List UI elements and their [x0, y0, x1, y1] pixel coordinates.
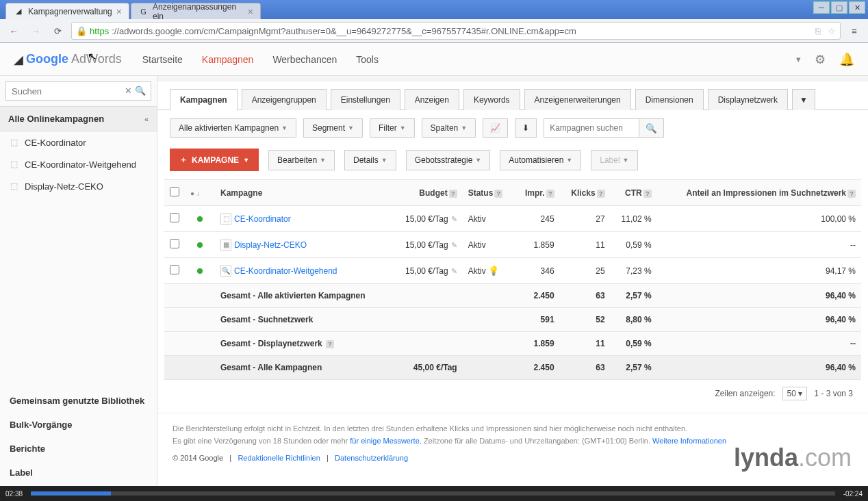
- download-button[interactable]: ⬇: [515, 118, 537, 138]
- more-tabs-dropdown[interactable]: ▼: [792, 89, 815, 110]
- browser-tab-active[interactable]: ◢ Kampagnenverwaltung ×: [5, 3, 129, 19]
- sidebar-section-link[interactable]: Bulk-Vorgänge: [0, 413, 157, 437]
- select-all-checkbox[interactable]: [170, 187, 179, 196]
- edit-icon[interactable]: ✎: [451, 241, 457, 249]
- add-campaign-button[interactable]: ＋KAMPAGNE▼: [170, 149, 259, 171]
- url-input[interactable]: 🔒 https://adwords.google.com/cm/Campaign…: [71, 22, 841, 40]
- extension-icon[interactable]: ⎘: [815, 26, 821, 36]
- share-value: 94,17 %: [657, 258, 861, 284]
- help-icon[interactable]: ?: [449, 190, 457, 198]
- row-checkbox[interactable]: [170, 239, 179, 248]
- help-icon[interactable]: ?: [597, 190, 605, 198]
- collapse-icon[interactable]: «: [144, 115, 149, 123]
- toolbar-row-2: ＋KAMPAGNE▼ Bearbeiten▼ Details▼ Gebotsst…: [157, 146, 868, 179]
- main-tab[interactable]: Anzeigenerweiterungen: [524, 89, 631, 110]
- main-tab[interactable]: Kampagnen: [170, 89, 238, 110]
- bookmark-star-icon[interactable]: ☆: [828, 26, 836, 36]
- top-nav: ◢ Google AdWords StartseiteKampagnenWerb…: [0, 43, 868, 76]
- minimize-button[interactable]: ─: [813, 1, 830, 14]
- main-tab[interactable]: Displaynetzwerk: [708, 89, 788, 110]
- col-impr[interactable]: Impr.: [525, 188, 545, 198]
- status-sort-header[interactable]: ● ↓: [190, 190, 200, 197]
- chart-toggle-button[interactable]: 📈: [483, 118, 508, 138]
- nav-link-kampagnen[interactable]: Kampagnen: [202, 54, 254, 65]
- edit-icon[interactable]: ✎: [451, 267, 457, 275]
- help-icon[interactable]: ?: [494, 190, 502, 198]
- browser-tab-inactive[interactable]: G Anzeigenanpassungen ein ×: [131, 3, 261, 19]
- video-remaining-time: -02:24: [838, 490, 868, 498]
- columns-dropdown[interactable]: Spalten▼: [422, 118, 476, 138]
- help-icon[interactable]: ?: [326, 340, 334, 348]
- sidebar-section-link[interactable]: Gemeinsam genutzte Bibliothek: [0, 389, 157, 413]
- bidding-dropdown[interactable]: Gebotsstrategie▼: [406, 150, 491, 170]
- sidebar-header[interactable]: Alle Onlinekampagnen «: [0, 106, 157, 131]
- campaign-link[interactable]: Display-Netz-CEKO: [234, 240, 307, 249]
- ctr-value: 11,02 %: [611, 206, 657, 232]
- video-progress-bar[interactable]: [31, 491, 835, 496]
- edit-icon[interactable]: ✎: [451, 215, 457, 223]
- adwords-logo[interactable]: ◢ Google AdWords: [14, 52, 122, 67]
- help-icon[interactable]: ?: [643, 190, 652, 198]
- filter-dropdown[interactable]: Filter▼: [370, 118, 415, 138]
- sidebar-section-link[interactable]: Berichte: [0, 437, 157, 461]
- nav-link-werbechancen[interactable]: Werbechancen: [272, 54, 337, 65]
- campaign-search-input[interactable]: [544, 118, 639, 138]
- notifications-bell-icon[interactable]: 🔔: [839, 52, 854, 67]
- forward-button[interactable]: →: [27, 23, 44, 39]
- main-tab[interactable]: Keywords: [463, 89, 520, 110]
- sidebar-campaign-item[interactable]: ⬚CE-Koordinator-Weitgehend: [0, 153, 157, 175]
- col-ctr[interactable]: CTR: [625, 188, 642, 198]
- clear-icon[interactable]: ✕: [125, 86, 132, 96]
- campaign-filter-dropdown[interactable]: Alle aktivierten Kampagnen▼: [170, 118, 296, 138]
- maximize-button[interactable]: ▢: [831, 1, 847, 14]
- account-menu-icon[interactable]: ▾: [796, 54, 801, 64]
- automate-dropdown[interactable]: Automatisieren▼: [500, 150, 581, 170]
- edit-dropdown[interactable]: Bearbeiten▼: [268, 150, 335, 170]
- main-tab[interactable]: Anzeigen: [405, 89, 459, 110]
- chrome-menu-icon[interactable]: ≡: [846, 23, 863, 39]
- tab-close-icon[interactable]: ×: [116, 6, 122, 17]
- campaign-link[interactable]: CE-Koordinator: [234, 214, 291, 223]
- help-icon[interactable]: ?: [546, 190, 554, 198]
- row-checkbox[interactable]: [170, 213, 179, 222]
- nav-link-startseite[interactable]: Startseite: [142, 54, 183, 65]
- col-klicks[interactable]: Klicks: [571, 188, 595, 198]
- reload-button[interactable]: ⟳: [49, 23, 66, 39]
- tab-close-icon[interactable]: ×: [248, 6, 253, 17]
- logo-google: Google: [26, 52, 68, 66]
- footer-metrics-link[interactable]: für einige Messwerte.: [350, 437, 422, 445]
- details-dropdown[interactable]: Details▼: [344, 150, 396, 170]
- privacy-link[interactable]: Datenschutzerklärung: [335, 454, 408, 462]
- sidebar-campaign-item[interactable]: ⬚Display-Netz-CEKO: [0, 175, 157, 197]
- segment-dropdown[interactable]: Segment▼: [303, 118, 363, 138]
- pager-range: 1 - 3 von 3: [814, 389, 853, 398]
- label-dropdown[interactable]: Label▼: [591, 150, 637, 170]
- col-campaign[interactable]: Kampagne: [215, 180, 392, 206]
- nav-link-tools[interactable]: Tools: [356, 54, 379, 65]
- main-tab[interactable]: Einstellungen: [331, 89, 400, 110]
- search-icon[interactable]: 🔍: [135, 86, 146, 96]
- col-budget[interactable]: Budget: [419, 188, 447, 198]
- row-checkbox[interactable]: [170, 265, 179, 274]
- search-icon: 🔍: [646, 123, 657, 133]
- close-window-button[interactable]: ✕: [849, 1, 865, 14]
- campaign-type-icon: ⬚: [220, 214, 231, 224]
- campaign-search-button[interactable]: 🔍: [639, 118, 664, 138]
- settings-gear-icon[interactable]: ⚙: [815, 52, 826, 67]
- sidebar-section-link[interactable]: Label: [0, 461, 157, 485]
- grand-label: Gesamt - Alle Kampagnen: [215, 356, 392, 380]
- page-size-select[interactable]: 50 ▾: [782, 387, 808, 400]
- footer-more-info-link[interactable]: Weitere Informationen: [652, 437, 726, 445]
- main-tab[interactable]: Dimensionen: [635, 89, 704, 110]
- campaign-type-icon: ⬚: [8, 181, 19, 192]
- col-status[interactable]: Status: [468, 188, 494, 198]
- back-button[interactable]: ←: [5, 23, 22, 39]
- footer-disclaimer-2b: Zeitzone für alle Datums- und Uhrzeitang…: [422, 437, 652, 445]
- help-icon[interactable]: ?: [847, 190, 856, 198]
- sidebar-campaign-item[interactable]: ⬚CE-Koordinator: [0, 131, 157, 153]
- col-share[interactable]: Anteil an Impressionen im Suchnetzwerk: [687, 188, 846, 198]
- lightbulb-icon[interactable]: 💡: [488, 266, 499, 276]
- guidelines-link[interactable]: Redaktionelle Richtlinien: [238, 454, 320, 462]
- campaign-link[interactable]: CE-Koordinator-Weitgehend: [234, 266, 337, 275]
- main-tab[interactable]: Anzeigengruppen: [242, 89, 327, 110]
